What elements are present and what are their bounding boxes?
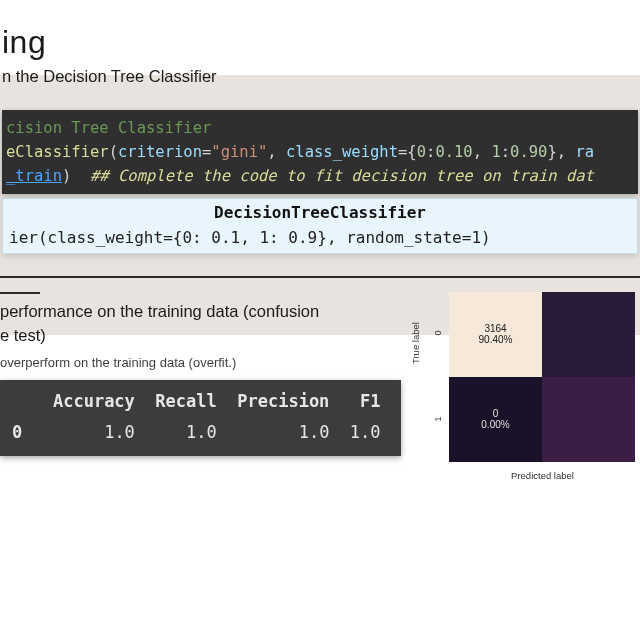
code-punct: }, <box>547 143 575 161</box>
perf-title: performance on the training data (confus… <box>0 300 401 348</box>
metrics-h2: Precision <box>237 391 329 411</box>
code-kw: criterion <box>118 143 202 161</box>
code-punct: = <box>202 143 211 161</box>
cm-cell-11 <box>542 377 635 462</box>
metrics-table: Accuracy Recall Precision F1 0 1.0 1.0 1… <box>0 380 401 455</box>
code-block: cision Tree Classifier eClassifier(crite… <box>2 110 638 194</box>
code-punct: { <box>407 143 416 161</box>
perf-note: overperform on the training data (overfi… <box>0 355 401 370</box>
cm-cell-01 <box>542 292 635 377</box>
metrics-header-row: Accuracy Recall Precision F1 <box>12 391 381 411</box>
code-comment: ## Complete the code to fit decision tre… <box>90 167 594 185</box>
output-header: DecisionTreeClassifier <box>9 201 631 226</box>
metrics-idx: 0 <box>12 422 22 442</box>
code-punct: ( <box>109 143 118 161</box>
output-block: DecisionTreeClassifierier(class_weight={… <box>2 198 638 254</box>
cm-cell-00-pct: 90.40% <box>479 334 513 345</box>
code-class: eClassifier <box>6 143 109 161</box>
code-kw: ra <box>575 143 594 161</box>
cm-cell-00: 3164 90.40% <box>449 292 542 377</box>
divider <box>0 276 640 278</box>
page-subtitle: n the Decision Tree Classifier <box>0 67 640 86</box>
code-punct: : <box>501 143 510 161</box>
code-punct: : <box>426 143 435 161</box>
slide-content: ing n the Decision Tree Classifier cisio… <box>0 24 640 640</box>
cm-ytick-1: 1 <box>433 416 443 421</box>
cm-cell-10: 0 0.00% <box>449 377 542 462</box>
code-num: 0.10 <box>435 143 472 161</box>
page-title: ing <box>0 24 640 61</box>
code-comment: cision Tree Classifier <box>6 119 211 137</box>
output-line: ier(class_weight={0: 0.1, 1: 0.9}, rando… <box>9 228 491 247</box>
code-punct: = <box>398 143 407 161</box>
code-kw: class_weight <box>286 143 398 161</box>
code-var: _train <box>6 167 62 185</box>
metrics-v0: 1.0 <box>104 422 135 442</box>
code-num: 0.90 <box>510 143 547 161</box>
code-str: "gini" <box>211 143 267 161</box>
metrics-h0: Accuracy <box>53 391 135 411</box>
confusion-matrix: True label 0 1 3164 90.40% 0 0.00% Predi… <box>411 292 636 481</box>
code-punct: , <box>473 143 492 161</box>
code-num: 1 <box>491 143 500 161</box>
metrics-v1: 1.0 <box>186 422 217 442</box>
cm-cell-00-count: 3164 <box>484 323 506 334</box>
metrics-v3: 1.0 <box>350 422 381 442</box>
cm-ylabel: True label <box>410 322 421 364</box>
cm-cell-10-count: 0 <box>493 408 499 419</box>
cm-ytick-0: 0 <box>433 330 443 335</box>
metrics-h3: F1 <box>360 391 380 411</box>
code-num: 0 <box>417 143 426 161</box>
code-punct: , <box>267 143 286 161</box>
cm-cell-10-pct: 0.00% <box>481 419 509 430</box>
cm-xlabel: Predicted label <box>449 470 636 481</box>
metrics-h1: Recall <box>155 391 216 411</box>
metrics-v2: 1.0 <box>299 422 330 442</box>
code-punct: ) <box>62 167 90 185</box>
